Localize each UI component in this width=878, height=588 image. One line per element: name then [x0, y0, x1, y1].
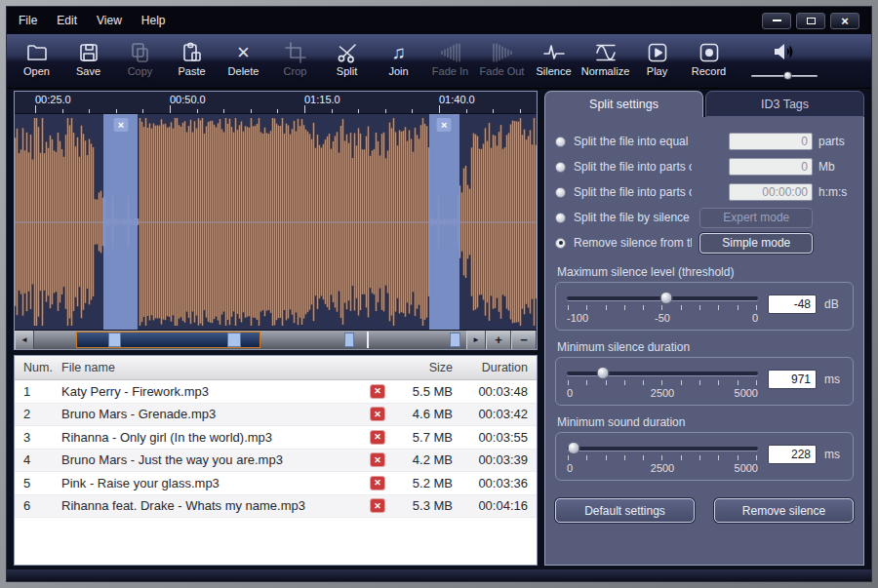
slider-unit-label: dB	[824, 297, 844, 311]
silence-region[interactable]: ×	[103, 114, 138, 330]
fade-out-button: Fade Out	[476, 35, 528, 77]
cell-num: 4	[15, 452, 58, 467]
volume-slider[interactable]	[751, 70, 818, 82]
slider[interactable]: -100-500	[565, 290, 760, 327]
silence-region[interactable]: ×	[429, 114, 459, 330]
app-window: FileEditViewHelp × OpenSaveCopyPaste×Del…	[6, 6, 872, 582]
tab-split-settings[interactable]: Split settings	[544, 91, 703, 117]
header-num[interactable]: Num.	[15, 361, 58, 374]
file-list: Num. File name Size Duration 1Katy Perry…	[14, 355, 538, 566]
remove-silence-marker-button[interactable]: ×	[113, 118, 128, 132]
option-value-input[interactable]	[729, 158, 813, 176]
radio-button[interactable]	[555, 213, 566, 223]
zoom-out-button[interactable]: −	[511, 331, 537, 349]
open-button[interactable]: Open	[11, 35, 62, 77]
slider-thumb[interactable]	[596, 367, 609, 379]
zoom-in-button[interactable]: +	[486, 331, 511, 349]
paste-clipboard-icon	[180, 39, 204, 65]
copy-button: Copy	[114, 35, 166, 77]
fade-in-icon	[439, 39, 462, 65]
scroll-right-button[interactable]: ►	[466, 331, 486, 349]
minimize-icon	[773, 20, 781, 21]
slider-value-box[interactable]: -48	[768, 294, 817, 314]
slider-tick	[718, 305, 719, 310]
table-row[interactable]: 2Bruno Mars - Grenade.mp3✕4.6 MB00:03:42	[15, 404, 537, 427]
join-button[interactable]: ♫Join	[373, 35, 424, 77]
volume-slider-thumb[interactable]	[783, 71, 792, 80]
waveform-scrollbar[interactable]: ◄►+−	[15, 330, 537, 349]
maximize-button[interactable]	[796, 13, 825, 29]
slider[interactable]: 025005000	[565, 440, 760, 477]
radio-button[interactable]	[555, 162, 566, 173]
minimize-button[interactable]	[762, 13, 791, 29]
slider-value-box[interactable]: 971	[768, 370, 817, 389]
maximize-icon	[807, 18, 816, 24]
option-control: Expert mode	[699, 208, 854, 228]
scroll-left-button[interactable]: ◄	[15, 331, 34, 349]
playhead-marker	[367, 332, 369, 348]
ruler-tick	[116, 109, 117, 113]
menu-item-view[interactable]: View	[97, 14, 122, 27]
normalize-button[interactable]: Normalize	[579, 35, 631, 77]
tab-id3-tags[interactable]: ID3 Tags	[705, 91, 864, 117]
close-button[interactable]: ×	[830, 13, 859, 29]
delete-file-button[interactable]: ✕	[370, 407, 385, 421]
slider[interactable]: 025005000	[565, 365, 760, 402]
scroll-track[interactable]	[34, 331, 466, 349]
table-row[interactable]: 1Katy Perry - Firework.mp3✕5.5 MB00:03:4…	[15, 380, 537, 404]
ruler-tick	[466, 109, 467, 113]
silence-button[interactable]: Silence	[528, 35, 579, 77]
delete-file-button[interactable]: ✕	[370, 498, 385, 513]
remove-silence-button[interactable]: Remove silence	[714, 498, 854, 523]
scroll-region-marker	[227, 333, 240, 347]
waveform-display[interactable]: ××	[15, 114, 537, 330]
table-row[interactable]: 3Rihanna - Only girl (In the world).mp3✕…	[15, 426, 537, 450]
record-button[interactable]: Record	[683, 35, 735, 77]
slider-value-box[interactable]: 228	[768, 445, 817, 464]
slider-thumb[interactable]	[660, 292, 673, 304]
delete-file-button[interactable]: ✕	[370, 452, 385, 467]
remove-silence-marker-button[interactable]: ×	[437, 118, 452, 132]
simple-mode-button[interactable]: Simple mode	[699, 233, 813, 254]
menu-item-file[interactable]: File	[19, 14, 37, 27]
cell-size: 5.3 MB	[390, 498, 459, 513]
menu-item-help[interactable]: Help	[141, 14, 166, 27]
option-control: h:m:s	[699, 183, 854, 201]
split-button[interactable]: Split	[321, 35, 373, 77]
slider-thumb[interactable]	[568, 442, 580, 454]
slider-tick	[699, 305, 700, 310]
delete-x-icon: ×	[237, 39, 250, 65]
cell-delete: ✕	[365, 384, 390, 399]
radio-button[interactable]	[555, 187, 566, 198]
radio-button[interactable]	[555, 238, 566, 249]
slider-tick-label: 0	[567, 462, 573, 474]
slider-tick	[699, 455, 700, 460]
table-row[interactable]: 4Bruno Mars - Just the way you are.mp3✕4…	[15, 450, 537, 473]
paste-button[interactable]: Paste	[166, 35, 218, 77]
folder-open-icon	[25, 39, 49, 65]
play-button[interactable]: Play	[631, 35, 683, 77]
save-button[interactable]: Save	[62, 35, 114, 77]
header-filename[interactable]: File name	[58, 361, 365, 374]
delete-button[interactable]: ×Delete	[218, 35, 269, 77]
header-size[interactable]: Size	[390, 361, 459, 374]
slider-tick	[756, 380, 757, 385]
table-row[interactable]: 5Pink - Raise your glass.mp3✕5.2 MB00:03…	[15, 472, 537, 495]
delete-file-button[interactable]: ✕	[370, 430, 385, 445]
slider-tick-label: 5000	[735, 387, 758, 399]
option-value-input[interactable]	[729, 183, 813, 201]
menu-item-edit[interactable]: Edit	[57, 14, 77, 27]
panel-buttons: Default settingsRemove silence	[555, 498, 854, 523]
default-settings-button[interactable]: Default settings	[555, 498, 695, 523]
delete-file-button[interactable]: ✕	[370, 476, 385, 490]
option-control: Simple mode	[699, 233, 854, 254]
radio-button[interactable]	[555, 137, 566, 147]
slider-tick	[568, 380, 569, 385]
option-value-input[interactable]	[729, 133, 813, 150]
delete-file-button[interactable]: ✕	[370, 384, 385, 399]
cell-num: 3	[15, 430, 58, 445]
header-duration[interactable]: Duration	[459, 361, 537, 374]
window-controls: ×	[762, 13, 859, 29]
table-row[interactable]: 6Rihanna feat. Drake - Whats my name.mp3…	[15, 495, 537, 519]
time-label: 00:25.0	[35, 94, 71, 105]
